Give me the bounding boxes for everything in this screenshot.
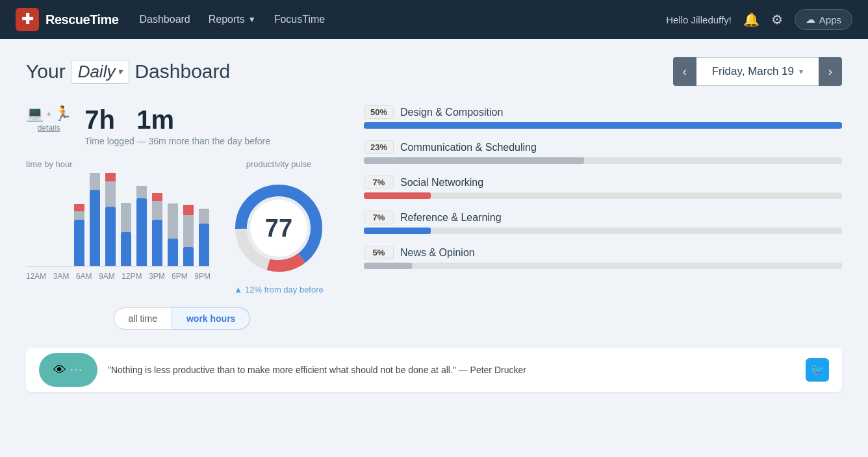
eye-badge: 👁 ···	[39, 353, 97, 387]
details-link[interactable]: details	[38, 124, 60, 133]
nav-right: Hello Jilleduffy! 🔔 ⚙ ☁ Apps	[666, 9, 852, 30]
twitter-share-button[interactable]: 🐦	[806, 358, 829, 382]
dots-decoration: ···	[70, 364, 83, 376]
bar-empty	[43, 265, 53, 266]
bar-empty	[58, 265, 69, 266]
apps-icon: ☁	[806, 14, 815, 25]
bar-blue-segment	[90, 190, 100, 266]
bar-red-segment	[105, 173, 116, 181]
bar-group	[26, 265, 39, 266]
period-selector[interactable]: Daily ▾	[71, 60, 130, 84]
bar-group	[120, 203, 133, 267]
productivity-pulse-section: productivity pulse	[230, 159, 327, 294]
time-filter: all time work hours	[26, 307, 338, 330]
quote-text: "Nothing is less productive than to make…	[108, 365, 795, 375]
donut-chart: 77	[230, 179, 327, 277]
right-column: 50% Design & Composition 23% Communicati…	[364, 105, 842, 330]
bar-group	[73, 204, 86, 266]
bar-gray-segment	[152, 201, 162, 220]
bar-blue-segment	[168, 239, 178, 266]
date-next-button[interactable]: ›	[819, 57, 842, 86]
date-nav: ‹ Friday, March 19 ▾ ›	[673, 57, 842, 86]
cat-pct-badge: 50%	[364, 105, 394, 119]
logo-text: RescueTime	[45, 12, 118, 27]
chart-pulse-row: time by hour 12AM 3AM 6AM 9AM 12PM 3PM 6…	[26, 159, 338, 294]
filter-work-hours[interactable]: work hours	[172, 307, 250, 330]
device-icons: 💻 + 🏃	[26, 105, 71, 122]
time-logged-section: 💻 + 🏃 details 7h 1m Time logged — 36m mo…	[26, 105, 338, 146]
cat-bar-fill	[364, 192, 431, 199]
time-logged-value: 7h 1m	[84, 105, 270, 135]
bar-blue-segment	[121, 232, 131, 266]
apps-button[interactable]: ☁ Apps	[795, 9, 852, 30]
cat-name: Design & Composition	[400, 107, 503, 118]
category-item: 7% Reference & Learning	[364, 211, 842, 234]
bar-gray-segment	[121, 203, 131, 233]
cat-bar-fill	[364, 228, 431, 234]
date-caret-icon: ▾	[799, 67, 803, 76]
cat-pct-badge: 7%	[364, 211, 394, 224]
bar-gray-segment	[136, 186, 147, 199]
twitter-icon: 🐦	[810, 363, 824, 377]
bar-group	[198, 209, 211, 266]
cat-bar-fill	[364, 263, 412, 269]
bar-blue-segment	[136, 198, 147, 266]
logo[interactable]: ✚ RescueTime	[16, 8, 118, 31]
cat-bar-fill	[364, 157, 584, 164]
pulse-score: 77	[265, 215, 292, 242]
cat-pct-badge: 5%	[364, 246, 394, 259]
bar-blue-segment	[152, 220, 162, 267]
bar-gray-segment	[74, 211, 84, 220]
bar-group	[151, 193, 164, 266]
bar-red-segment	[183, 205, 194, 215]
cat-bar-track	[364, 122, 842, 129]
bar-chart-area	[26, 176, 211, 267]
bar-group	[135, 186, 148, 267]
bar-gray-segment	[183, 215, 194, 247]
logo-icon: ✚	[16, 8, 39, 31]
content-grid: 💻 + 🏃 details 7h 1m Time logged — 36m mo…	[26, 105, 842, 330]
bar-blue-segment	[199, 224, 209, 266]
cat-bar-track	[364, 263, 842, 269]
pulse-delta: ▲ 12% from day before	[234, 285, 324, 294]
category-item: 7% Social Networking	[364, 176, 842, 199]
period-caret-icon: ▾	[118, 66, 122, 77]
bar-chart-section: time by hour 12AM 3AM 6AM 9AM 12PM 3PM 6…	[26, 159, 211, 281]
bar-group	[42, 265, 55, 266]
nav-links: Dashboard Reports ▼ FocusTime	[139, 14, 645, 25]
chart-label: time by hour	[26, 159, 211, 169]
settings-icon[interactable]: ⚙	[771, 12, 783, 27]
cat-name: Social Networking	[400, 177, 483, 189]
bar-gray-segment	[90, 173, 100, 190]
cat-name: Communication & Scheduling	[400, 142, 537, 153]
time-logged-info: 7h 1m Time logged — 36m more than the da…	[84, 105, 270, 146]
time-labels: 12AM 3AM 6AM 9AM 12PM 3PM 6PM 9PM	[26, 272, 211, 281]
laptop-icon: 💻	[26, 105, 44, 122]
page-title: Your Daily ▾ Dashboard	[26, 60, 230, 84]
navbar: ✚ RescueTime Dashboard Reports ▼ FocusTi…	[0, 0, 868, 39]
bar-gray-segment	[105, 181, 116, 207]
cat-bar-track	[364, 228, 842, 234]
bar-blue-segment	[105, 207, 116, 266]
filter-all-time[interactable]: all time	[114, 307, 172, 330]
pulse-label: productivity pulse	[246, 159, 311, 169]
bar-red-segment	[74, 204, 84, 211]
category-item: 50% Design & Composition	[364, 105, 842, 129]
nav-focustime[interactable]: FocusTime	[274, 14, 326, 25]
category-item: 23% Communication & Scheduling	[364, 140, 842, 164]
category-item: 5% News & Opinion	[364, 246, 842, 269]
bar-empty	[27, 265, 38, 266]
category-list: 50% Design & Composition 23% Communicati…	[364, 105, 842, 269]
eye-icon: 👁	[53, 363, 66, 378]
main-content: Your Daily ▾ Dashboard ‹ Friday, March 1…	[0, 39, 868, 405]
date-prev-button[interactable]: ‹	[673, 57, 696, 86]
bottom-banner: 👁 ··· "Nothing is less productive than t…	[26, 348, 842, 392]
cat-pct-badge: 7%	[364, 176, 394, 189]
notifications-icon[interactable]: 🔔	[743, 12, 760, 27]
cat-name: Reference & Learning	[400, 212, 502, 224]
time-logged-subtitle: Time logged — 36m more than the day befo…	[84, 136, 270, 146]
nav-reports[interactable]: Reports ▼	[209, 14, 256, 25]
bar-gray-segment	[199, 209, 209, 224]
cat-name: News & Opinion	[400, 247, 475, 259]
nav-dashboard[interactable]: Dashboard	[139, 14, 190, 25]
